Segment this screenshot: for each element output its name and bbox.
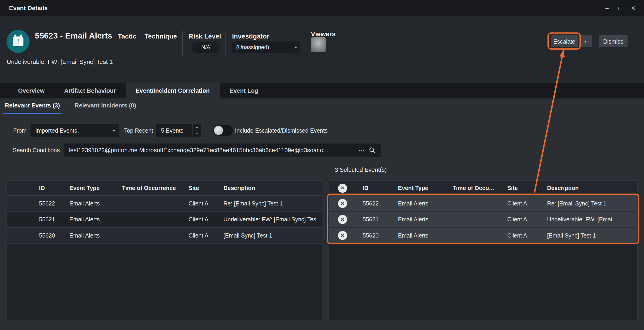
viewer-avatar	[311, 37, 326, 52]
top-recent-stepper[interactable]: 5 Events ▲ ▼	[156, 124, 201, 137]
cell-event-type: Email Alerts	[63, 228, 116, 243]
cell-description: Undeliverable: FW: [Emai…	[540, 212, 637, 227]
include-escalated-toggle[interactable]	[213, 125, 233, 136]
cell-event-type: Email Alerts	[392, 228, 446, 243]
cell-site: Client A	[500, 228, 540, 243]
dismiss-button[interactable]: Dismiss	[599, 35, 628, 47]
divider	[226, 31, 226, 56]
tab-overview[interactable]: Overview	[8, 83, 54, 98]
column-header-time: Time of Occurrence	[116, 181, 182, 195]
cell-id: 55620	[32, 228, 63, 243]
event-details-window: Event Details – □ ✕ ! 55623 - Email Aler…	[0, 0, 644, 330]
cell-time	[446, 212, 501, 227]
column-header-event-type: Event Type	[392, 181, 446, 195]
investigator-select[interactable]: (Unassigned) ▾	[232, 41, 300, 53]
cell-time	[116, 212, 182, 227]
cell-id: 55621	[356, 212, 392, 227]
table-row[interactable]: 55620 Email Alerts Client A [Email Sync]…	[7, 228, 322, 244]
search-conditions-input[interactable]: test12391023@proton.me MicrosoftExchange…	[64, 144, 381, 157]
table-header-row: ✕ ID Event Type Time of Occu… Site Descr…	[329, 181, 637, 195]
more-options-icon[interactable]: ⋯	[356, 147, 367, 154]
risk-level-label: Risk Level	[188, 33, 221, 40]
cell-description: Undeliverable: FW: [Email Sync] Tes	[217, 212, 322, 227]
cell-site: Client A	[182, 195, 217, 211]
top-recent-label: Top Recent	[124, 127, 153, 134]
divider	[182, 31, 183, 56]
remove-row-icon[interactable]: ✕	[338, 231, 347, 240]
spinner-down-icon[interactable]: ▼	[192, 131, 201, 137]
column-header-time: Time of Occu…	[446, 181, 501, 195]
event-type-icon: !	[6, 30, 30, 53]
tab-event-log[interactable]: Event Log	[220, 83, 268, 98]
cell-id: 55622	[32, 195, 63, 211]
subtab-relevant-events[interactable]: Relevant Events (3)	[3, 98, 62, 114]
cell-time	[446, 228, 501, 243]
column-header-id: ID	[32, 181, 63, 195]
table-row[interactable]: 55621 Email Alerts Client A Undeliverabl…	[7, 212, 322, 228]
remove-row-icon[interactable]: ✕	[338, 199, 347, 208]
cell-time	[446, 195, 501, 211]
relevant-events-table: ID Event Type Time of Occurrence Site De…	[6, 180, 322, 321]
cell-site: Client A	[500, 195, 540, 211]
escalate-dropdown-button[interactable]: ▾	[579, 35, 592, 47]
from-value: Imported Events	[35, 124, 77, 137]
title-bar: Event Details – □ ✕	[0, 0, 644, 16]
viewers-label: Viewers	[311, 30, 336, 38]
cell-id: 55621	[32, 212, 63, 227]
window-title: Event Details	[9, 0, 48, 16]
from-select[interactable]: Imported Events ▾	[30, 124, 119, 137]
investigator-value: (Unassigned)	[236, 41, 269, 53]
include-escalated-label: Include Escalated/Dismissed Events	[235, 127, 328, 134]
spinner-up-icon[interactable]: ▲	[192, 124, 201, 130]
remove-all-icon[interactable]: ✕	[338, 183, 347, 192]
selected-row[interactable]: ✕ 55620 Email Alerts Client A [Email Syn…	[329, 228, 637, 244]
remove-row-icon[interactable]: ✕	[338, 215, 347, 224]
cell-site: Client A	[182, 212, 217, 227]
cell-event-type: Email Alerts	[392, 195, 446, 211]
cell-description: Re: [Email Sync] Test 1	[217, 195, 322, 211]
from-label: From	[13, 127, 26, 134]
selected-events-summary: 3 Selected Event(s)	[335, 166, 387, 173]
cell-site: Client A	[182, 228, 217, 243]
toggle-knob	[214, 126, 223, 135]
column-header-event-type: Event Type	[63, 181, 116, 195]
cell-time	[116, 228, 182, 243]
tab-event-incident-correlation[interactable]: Event/Incident Correlation	[126, 83, 220, 98]
risk-level-value: N/A	[192, 42, 220, 53]
tab-artifact-behaviour[interactable]: Artifact Behaviour	[54, 83, 126, 98]
divider	[112, 31, 112, 56]
cell-description: Re: [Email Sync] Test 1	[540, 195, 637, 211]
column-header-site: Site	[500, 181, 540, 195]
event-title: 55623 - Email Alerts	[35, 31, 112, 41]
minimize-icon[interactable]: –	[602, 5, 612, 11]
cell-event-type: Email Alerts	[392, 212, 446, 227]
escalate-button[interactable]: Escalate	[551, 35, 578, 47]
search-icon[interactable]	[367, 147, 377, 153]
selected-row[interactable]: ✕ 55621 Email Alerts Client A Undelivera…	[329, 212, 637, 228]
column-header-id: ID	[356, 181, 392, 195]
column-header-select	[7, 181, 32, 195]
cell-time	[116, 195, 182, 211]
subtab-relevant-incidents[interactable]: Relevant Incidents (0)	[73, 98, 138, 114]
close-icon[interactable]: ✕	[628, 5, 638, 11]
tab-bar: Overview Artifact Behaviour Event/Incide…	[0, 83, 644, 98]
investigator-label: Investigator	[232, 33, 269, 40]
selected-row[interactable]: ✕ 55622 Email Alerts Client A Re: [Email…	[329, 195, 637, 211]
column-header-description: Description	[217, 181, 322, 195]
cell-description: [Email Sync] Test 1	[217, 228, 322, 243]
event-header: ! 55623 - Email Alerts Undeliverable: FW…	[0, 16, 644, 83]
technique-label: Technique	[144, 33, 177, 40]
selected-events-table: ✕ ID Event Type Time of Occu… Site Descr…	[328, 180, 638, 321]
search-conditions-value: test12391023@proton.me MicrosoftExchange…	[68, 147, 356, 153]
table-header-row: ID Event Type Time of Occurrence Site De…	[7, 181, 322, 195]
cell-id: 55622	[356, 195, 392, 211]
table-row[interactable]: 55622 Email Alerts Client A Re: [Email S…	[7, 195, 322, 211]
cell-description: [Email Sync] Test 1	[540, 228, 637, 243]
chevron-down-icon: ▾	[113, 124, 115, 137]
divider	[139, 31, 139, 56]
column-header-description: Description	[540, 181, 637, 195]
cell-event-type: Email Alerts	[63, 195, 116, 211]
maximize-icon[interactable]: □	[615, 5, 625, 11]
chevron-down-icon: ▾	[295, 41, 297, 53]
cell-site: Client A	[500, 212, 540, 227]
